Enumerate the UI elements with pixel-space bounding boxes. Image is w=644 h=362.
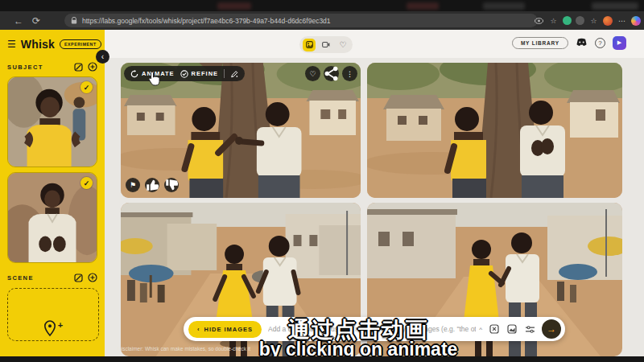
video-letterbox-strip — [0, 356, 644, 362]
thumbs-down-icon[interactable] — [164, 178, 179, 192]
whisk-app-window: ← ⟳ https://labs.google/fx/tools/whisk/p… — [0, 0, 644, 362]
browser-menu-icon[interactable]: ⋯ — [617, 15, 627, 26]
more-options-icon[interactable]: ⋮ — [342, 66, 357, 81]
menu-icon[interactable]: ☰ — [7, 39, 16, 50]
browser-tab[interactable] — [217, 2, 251, 10]
browser-tab[interactable] — [407, 2, 439, 10]
toolbar-divider — [224, 69, 225, 78]
extensions-icon[interactable]: ☆ — [588, 15, 599, 26]
sidebar: ☰ Whisk EXPERIMENT SUBJECT — [0, 30, 105, 356]
add-scene-icon[interactable] — [88, 273, 97, 282]
feedback-icons: ⚑ — [126, 178, 179, 192]
bookmark-star-icon[interactable]: ☆ — [548, 15, 559, 26]
tab-favorites[interactable]: ♡ — [336, 39, 349, 51]
selected-check-icon: ✓ — [80, 81, 93, 93]
url-text: https://labs.google/fx/tools/whisk/proje… — [82, 17, 331, 25]
help-icon[interactable]: ? — [595, 38, 605, 48]
browser-profile-avatar[interactable] — [603, 16, 613, 26]
my-library-button[interactable]: MY LIBRARY — [512, 37, 568, 49]
discord-icon[interactable] — [576, 35, 588, 50]
tab-images[interactable] — [303, 39, 316, 51]
extension-green-icon[interactable] — [563, 16, 572, 25]
subject-card-woman[interactable]: ✓ — [7, 76, 97, 167]
extension-dark-icon[interactable] — [576, 16, 584, 25]
refine-button[interactable]: REFINE — [180, 70, 219, 78]
add-subject-icon[interactable] — [88, 62, 97, 72]
sidebar-collapse-button[interactable]: ‹ — [96, 50, 109, 64]
scene-section-label: SCENE — [7, 274, 34, 282]
image-overlay-toolbar: ANIMATE REFINE — [124, 66, 245, 81]
video-icon — [322, 41, 330, 48]
subject-card-man[interactable]: ✓ — [7, 172, 97, 263]
browser-tab-strip — [0, 0, 644, 11]
gallery-icon[interactable] — [74, 63, 83, 72]
thumbs-up-icon[interactable] — [145, 178, 159, 192]
location-pin-icon — [43, 320, 56, 336]
plus-icon: + — [58, 320, 63, 330]
favorite-icon[interactable]: ♡ — [305, 66, 320, 81]
refresh-icon[interactable]: ⟳ — [27, 15, 45, 27]
pen-spark-icon — [230, 70, 238, 78]
header-right-cluster: MY LIBRARY ? ▶ — [512, 35, 626, 50]
share-icon[interactable] — [324, 66, 339, 81]
image-icon — [306, 41, 313, 48]
experiment-badge: EXPERIMENT — [60, 39, 101, 49]
animate-button[interactable]: ANIMATE — [130, 70, 175, 78]
copilot-icon[interactable] — [631, 16, 641, 26]
back-icon[interactable]: ← — [10, 15, 27, 27]
image-action-icons: ♡ ⋮ — [305, 66, 357, 81]
app-header: ♡ MY LIBRARY ? ▶ — [105, 30, 644, 58]
selected-check-icon: ✓ — [80, 177, 93, 189]
generated-image-1[interactable]: ANIMATE REFINE ♡ ⋮ ⚑ — [121, 63, 361, 198]
edit-prompt-button[interactable] — [230, 70, 238, 78]
animate-icon — [130, 70, 138, 78]
browser-toolbar-icons: ☆ ☆ ⋯ — [534, 13, 641, 28]
browser-tab[interactable] — [592, 2, 638, 10]
subject-section-label: SUBJECT — [7, 64, 43, 71]
generated-image-2[interactable] — [367, 63, 622, 198]
browser-address-bar[interactable]: https://labs.google/fx/tools/whisk/proje… — [64, 14, 538, 27]
tab-videos[interactable] — [320, 39, 332, 51]
image-tree-scene-b — [367, 63, 622, 198]
gallery-icon[interactable] — [74, 274, 83, 282]
flag-icon[interactable]: ⚑ — [126, 178, 140, 192]
media-toggle: ♡ — [299, 36, 353, 53]
eye-icon[interactable] — [534, 15, 544, 26]
browser-toolbar: ← ⟳ https://labs.google/fx/tools/whisk/p… — [0, 11, 644, 30]
user-avatar[interactable]: ▶ — [613, 36, 626, 50]
lock-icon — [71, 17, 77, 24]
app-title: Whisk — [21, 38, 55, 51]
refine-check-icon — [180, 70, 188, 78]
browser-tab[interactable] — [483, 2, 525, 10]
